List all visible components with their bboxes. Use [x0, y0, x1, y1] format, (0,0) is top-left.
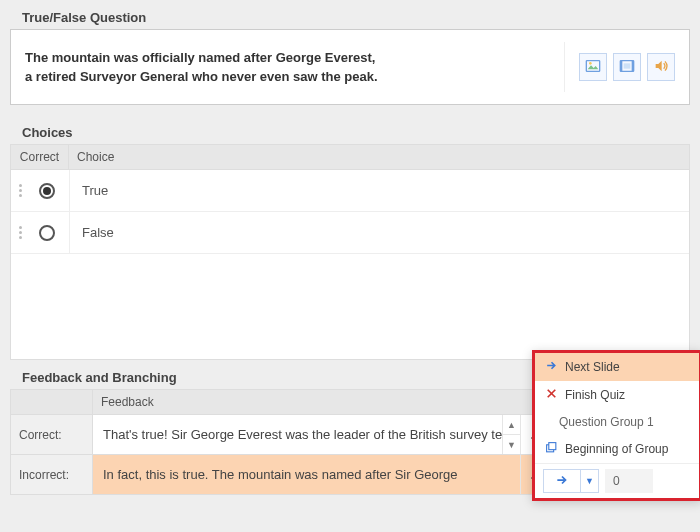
svg-rect-7	[549, 443, 556, 450]
col-correct-header: Correct	[11, 145, 69, 169]
fb-correct-spinner: ▲ ▼	[502, 415, 520, 454]
audio-icon	[653, 58, 669, 77]
arrow-right-icon	[545, 359, 558, 375]
radio-cell	[25, 225, 69, 241]
insert-video-button[interactable]	[613, 53, 641, 81]
svg-rect-4	[632, 60, 634, 71]
svg-rect-0	[586, 60, 599, 71]
choices-section: Choices Correct Choice True False	[0, 115, 700, 360]
branch-select-current[interactable]	[544, 470, 580, 492]
media-buttons	[564, 42, 675, 92]
branch-select-arrow[interactable]: ▼	[580, 470, 598, 492]
fb-row-incorrect-label: Incorrect:	[11, 455, 93, 494]
arrow-right-icon	[555, 473, 569, 490]
insert-image-button[interactable]	[579, 53, 607, 81]
branch-item-label: Next Slide	[565, 360, 620, 374]
choice-row: True	[11, 170, 689, 212]
chevron-down-icon: ▼	[585, 476, 594, 486]
choices-header: Correct Choice	[10, 144, 690, 170]
branch-select-box: ▼	[543, 469, 599, 493]
layers-icon	[545, 441, 558, 457]
branch-item-group1[interactable]: Question Group 1	[535, 409, 699, 435]
feedback-section: Feedback and Branching Feedback Correct:…	[0, 360, 700, 505]
drag-handle-icon[interactable]	[11, 226, 25, 239]
branch-item-next-slide[interactable]: Next Slide	[535, 353, 699, 381]
branch-dropdown: Next Slide Finish Quiz Question Group 1 …	[532, 350, 700, 501]
branch-points-value[interactable]: 0	[605, 469, 653, 493]
branch-item-finish-quiz[interactable]: Finish Quiz	[535, 381, 699, 409]
branch-item-label: Finish Quiz	[565, 388, 625, 402]
app-root: True/False Question The mountain was off…	[0, 0, 700, 505]
image-icon	[585, 58, 601, 77]
spinner-down-button[interactable]: ▼	[503, 435, 520, 454]
svg-rect-3	[620, 60, 622, 71]
choices-section-title: Choices	[10, 119, 690, 144]
choice-row: False	[11, 212, 689, 254]
svg-rect-5	[624, 63, 631, 68]
question-box: The mountain was officially named after …	[10, 29, 690, 105]
choice-label[interactable]: True	[70, 183, 689, 198]
correct-radio-true[interactable]	[39, 183, 55, 199]
insert-audio-button[interactable]	[647, 53, 675, 81]
branch-item-label: Beginning of Group	[565, 442, 668, 456]
fb-col-blank	[11, 390, 93, 414]
fb-incorrect-text[interactable]: In fact, this is true. The mountain was …	[93, 455, 520, 494]
radio-cell	[25, 183, 69, 199]
question-section: True/False Question The mountain was off…	[0, 0, 700, 115]
col-choice-header: Choice	[69, 145, 689, 169]
branch-bottom-row: ▼ 0	[535, 463, 699, 498]
choices-body: True False	[10, 170, 690, 360]
video-icon	[619, 58, 635, 77]
correct-radio-false[interactable]	[39, 225, 55, 241]
fb-row-correct-label: Correct:	[11, 415, 93, 454]
drag-handle-icon[interactable]	[11, 184, 25, 197]
close-icon	[545, 387, 558, 403]
question-text-line2: a retired Surveyor General who never eve…	[25, 69, 378, 84]
svg-point-1	[589, 62, 592, 65]
branch-item-label: Question Group 1	[559, 415, 654, 429]
question-text[interactable]: The mountain was officially named after …	[25, 48, 564, 87]
question-text-line1: The mountain was officially named after …	[25, 50, 375, 65]
question-section-title: True/False Question	[10, 4, 690, 29]
choice-label[interactable]: False	[70, 225, 689, 240]
spinner-up-button[interactable]: ▲	[503, 415, 520, 435]
branch-item-beginning-of-group[interactable]: Beginning of Group	[535, 435, 699, 463]
fb-correct-text[interactable]: That's true! Sir George Everest was the …	[93, 415, 502, 454]
